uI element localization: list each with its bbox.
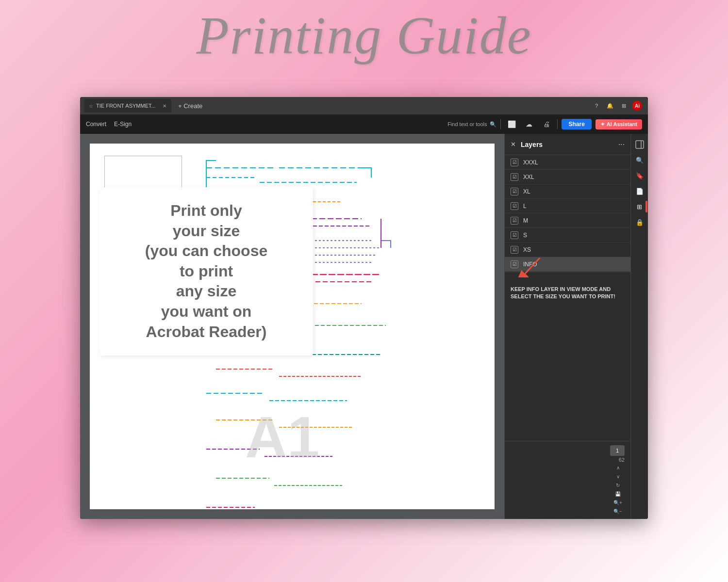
esign-menu[interactable]: E-Sign [114,121,132,128]
info-line1: Print only [170,202,242,219]
convert-menu[interactable]: Convert [86,121,106,128]
info-instruction-text: KEEP INFO LAYER IN VIEW MODE AND SELECT … [511,286,625,301]
page-current[interactable]: 1 [610,445,625,456]
layers-info-section: KEEP INFO LAYER IN VIEW MODE AND SELECT … [505,272,630,308]
layers-panel: ✕ Layers ··· ☑ XXXL ☑ XXL ☑ XL ☑ L [504,134,630,519]
arrow-indicator [515,253,545,277]
ai-icon: ✦ [600,121,605,128]
tab-new-label: + Create [178,102,202,110]
page-title: Printing Guide [196,5,531,66]
active-indicator [645,201,647,212]
layer-checkbox-m[interactable]: ☑ [511,217,518,225]
info-box-text: Print only your size (you can choose to … [115,201,298,342]
right-icon-lock[interactable]: 🔒 [633,215,646,229]
browser-tab-active[interactable]: ☆ TIE FRONT ASYMMET... ✕ [84,99,171,113]
layer-name-xs: XS [523,246,531,253]
pdf-page: Print only your size (you can choose to … [90,144,495,509]
layer-checkbox-xxxl[interactable]: ☑ [511,159,518,166]
a1-watermark: A1 [245,404,319,470]
ai-label: AI Assistant [607,121,637,127]
layers-menu-button[interactable]: ··· [618,140,625,149]
tab-new-button[interactable]: + Create [173,99,207,113]
tab-label: TIE FRONT ASYMMET... [96,103,156,109]
share-button[interactable]: Share [562,119,591,129]
layers-title: Layers [521,141,618,148]
right-icon-layers[interactable]: ⊞ [633,200,646,213]
info-line2: your size [173,222,240,240]
page-navigation: 1 62 ∧ ∨ ↻ 💾 🔍+ 🔍− [505,441,630,519]
toolbar: Convert E-Sign Find text or tools 🔍 ⬜ ☁ … [80,114,648,134]
layer-name-xxl: XXL [523,174,534,180]
print-icon[interactable]: 🖨 [540,117,553,131]
layer-name-xl: XL [523,188,530,195]
layer-item-s[interactable]: ☑ S [505,228,630,242]
save-page-button[interactable]: 💾 [611,490,625,498]
toolbar-left: Convert E-Sign [86,121,132,128]
layer-item-l[interactable]: ☑ L [505,199,630,213]
layer-checkbox-xxl[interactable]: ☑ [511,173,518,181]
tab-close-icon[interactable]: ✕ [163,103,166,109]
toolbar-right: Find text or tools 🔍 ⬜ ☁ 🖨 Share ✦ AI As… [447,117,642,131]
search-icon: 🔍 [490,121,496,128]
right-icon-document[interactable]: 📄 [633,184,646,198]
page-down-button[interactable]: ∨ [611,472,625,480]
layers-close-button[interactable]: ✕ [511,141,516,148]
page-total: 62 [619,457,625,463]
zoom-out-button[interactable]: 🔍− [611,507,625,515]
layer-item-xxxl[interactable]: ☑ XXXL [505,155,630,170]
info-line3: (you can choose [145,242,268,259]
help-icon[interactable]: ? [592,101,601,111]
star-icon: ☆ [89,103,93,109]
info-box: Print only your size (you can choose to … [99,187,313,356]
rotate-button[interactable]: ↻ [611,481,625,489]
layer-checkbox-l[interactable]: ☑ [511,202,518,210]
toolbar-divider-2 [557,119,558,129]
tab-icons: ? 🔔 ⊞ Ai [592,101,644,111]
browser-window: ☆ TIE FRONT ASYMMET... ✕ + Create ? 🔔 ⊞ … [80,97,648,519]
adobe-icon[interactable]: Ai [632,101,642,111]
layer-item-xxl[interactable]: ☑ XXL [505,170,630,184]
right-icon-panel-toggle[interactable] [633,138,646,151]
layer-name-s: S [523,232,527,239]
ai-assistant-button[interactable]: ✦ AI Assistant [596,119,642,129]
cloud-upload-icon[interactable]: ☁ [522,117,536,131]
zoom-in-button[interactable]: 🔍+ [611,499,625,506]
layer-checkbox-s[interactable]: ☑ [511,231,518,239]
right-icon-bookmark[interactable]: 🔖 [633,169,646,182]
pdf-viewer[interactable]: Print only your size (you can choose to … [80,134,504,519]
notification-icon[interactable]: 🔔 [605,101,615,111]
layer-item-xl[interactable]: ☑ XL [505,184,630,199]
svg-line-39 [525,258,540,274]
layer-checkbox-xs[interactable]: ☑ [511,246,518,254]
toolbar-divider-1 [500,119,501,129]
info-line4: to print [180,262,233,280]
search-bar[interactable]: Find text or tools 🔍 [447,121,496,128]
info-line5: any size [176,282,237,300]
layer-item-m[interactable]: ☑ M [505,213,630,228]
right-icon-search[interactable]: 🔍 [633,153,646,167]
grid-icon[interactable]: ⊞ [619,101,629,111]
right-icon-panel: 🔍 🔖 📄 ⊞ 🔒 [630,134,648,519]
layers-header: ✕ Layers ··· [505,134,630,155]
layer-name-xxxl: XXXL [523,159,538,166]
info-line6: you want on [161,303,252,320]
layer-name-m: M [523,217,528,224]
page-up-button[interactable]: ∧ [611,464,625,471]
layer-name-l: L [523,203,527,210]
svg-rect-40 [636,141,644,148]
info-line7: Acrobat Reader) [146,323,267,340]
tab-bar: ☆ TIE FRONT ASYMMET... ✕ + Create ? 🔔 ⊞ … [80,97,648,114]
search-label: Find text or tools [447,121,487,127]
layer-checkbox-xl[interactable]: ☑ [511,188,518,195]
file-icon[interactable]: ⬜ [505,117,518,131]
content-area: Print only your size (you can choose to … [80,134,648,519]
